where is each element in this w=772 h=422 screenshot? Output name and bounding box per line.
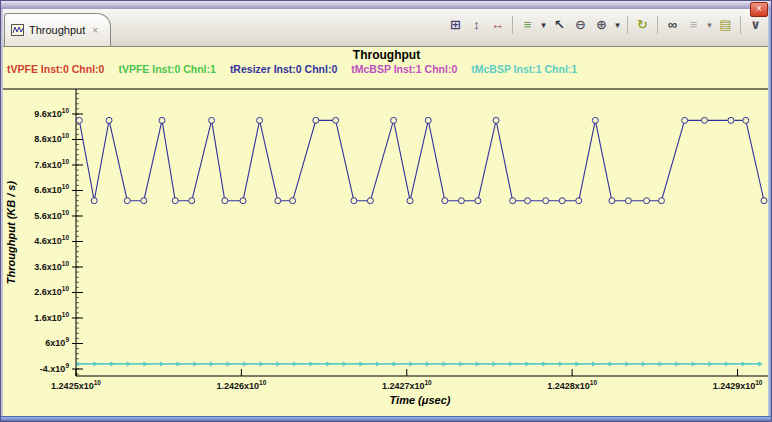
chart-title: Throughput: [3, 48, 770, 62]
zoom-in-icon[interactable]: ⊕: [592, 15, 611, 34]
zoom-region-icon[interactable]: ≡: [518, 15, 537, 34]
dropdown-arrow-icon[interactable]: ▾: [705, 15, 714, 34]
close-icon: ×: [756, 3, 762, 14]
legend: tVPFE Inst:0 Chnl:0tVPFE Inst:0 Chnl:1tR…: [7, 63, 770, 75]
toolbar-separator: [657, 16, 658, 34]
svg-text:1.2426x1010: 1.2426x1010: [216, 379, 266, 391]
fit-graph-icon[interactable]: ⊞: [446, 15, 465, 34]
svg-text:7.6x1010: 7.6x1010: [34, 158, 69, 170]
zoom-out-icon[interactable]: ⊖: [571, 15, 590, 34]
tab-label: Throughput: [29, 24, 85, 36]
window-titlebar: [1, 1, 771, 9]
legend-item-1: tVPFE Inst:0 Chnl:1: [118, 63, 215, 75]
svg-text:1.6x1010: 1.6x1010: [34, 311, 69, 323]
svg-text:Throughput (KB / s): Throughput (KB / s): [5, 181, 17, 285]
toolbar-separator: [740, 16, 741, 34]
legend-item-2: tResizer Inst:0 Chnl:0: [230, 63, 337, 75]
svg-text:Time (μsec): Time (μsec): [390, 394, 451, 406]
app-window: × Throughput × ⊞ ↕ ↔ ≡ ▾ ↖ ⊖ ⊕ ▾ ↻: [0, 0, 772, 422]
svg-text:1.2425x1010: 1.2425x1010: [51, 379, 101, 391]
svg-text:6.6x1010: 6.6x1010: [34, 183, 69, 195]
svg-text:-4.x109: -4.x109: [40, 362, 70, 374]
plot-canvas[interactable]: 1.2425x10101.2426x10101.2427x10101.2428x…: [3, 47, 770, 418]
tab-close-icon[interactable]: ×: [92, 25, 98, 36]
dropdown-arrow-icon[interactable]: ▾: [613, 15, 622, 34]
menu-icon[interactable]: ≡: [684, 15, 703, 34]
fit-horizontal-icon[interactable]: ↔: [488, 15, 507, 34]
svg-text:9.6x1010: 9.6x1010: [34, 107, 69, 119]
window-edge-bottom: [1, 416, 771, 421]
refresh-icon[interactable]: ↻: [633, 15, 652, 34]
chevron-icon[interactable]: ∨: [746, 15, 765, 34]
svg-text:2.6x1010: 2.6x1010: [34, 285, 69, 297]
svg-text:5.6x1010: 5.6x1010: [34, 209, 69, 221]
toolbar-separator: [627, 16, 628, 34]
window-close-button[interactable]: ×: [750, 2, 768, 17]
svg-text:3.6x1010: 3.6x1010: [34, 260, 69, 272]
svg-text:4.6x1010: 4.6x1010: [34, 234, 69, 246]
chart-panel: 1.2425x10101.2426x10101.2427x10101.2428x…: [3, 47, 770, 418]
legend-item-3: tMcBSP Inst:1 Chnl:0: [351, 63, 457, 75]
plot-toolbar: ⊞ ↕ ↔ ≡ ▾ ↖ ⊖ ⊕ ▾ ↻ ∞ ≡ ▾ ▤ ∨: [446, 15, 765, 34]
pointer-icon[interactable]: ↖: [550, 15, 569, 34]
svg-text:1.2427x1010: 1.2427x1010: [382, 379, 432, 391]
window-edge-left: [1, 9, 3, 416]
chart-view-icon[interactable]: ▤: [716, 15, 735, 34]
view-tab-bar: Throughput × ⊞ ↕ ↔ ≡ ▾ ↖ ⊖ ⊕ ▾ ↻ ∞ ≡ ▾ ▤…: [1, 9, 771, 47]
svg-text:1.2429x1010: 1.2429x1010: [713, 379, 763, 391]
svg-text:8.6x1010: 8.6x1010: [34, 132, 69, 144]
dropdown-arrow-icon[interactable]: ▾: [539, 15, 548, 34]
chart-tab-icon: [11, 24, 24, 36]
legend-item-0: tVPFE Inst:0 Chnl:0: [7, 63, 104, 75]
legend-item-4: tMcBSP Inst:1 Chnl:1: [471, 63, 577, 75]
svg-text:6x109: 6x109: [45, 336, 69, 348]
binoculars-icon[interactable]: ∞: [663, 15, 682, 34]
fit-vertical-icon[interactable]: ↕: [467, 15, 486, 34]
svg-text:1.2428x1010: 1.2428x1010: [547, 379, 597, 391]
toolbar-separator: [512, 16, 513, 34]
tab-throughput[interactable]: Throughput ×: [4, 13, 111, 46]
